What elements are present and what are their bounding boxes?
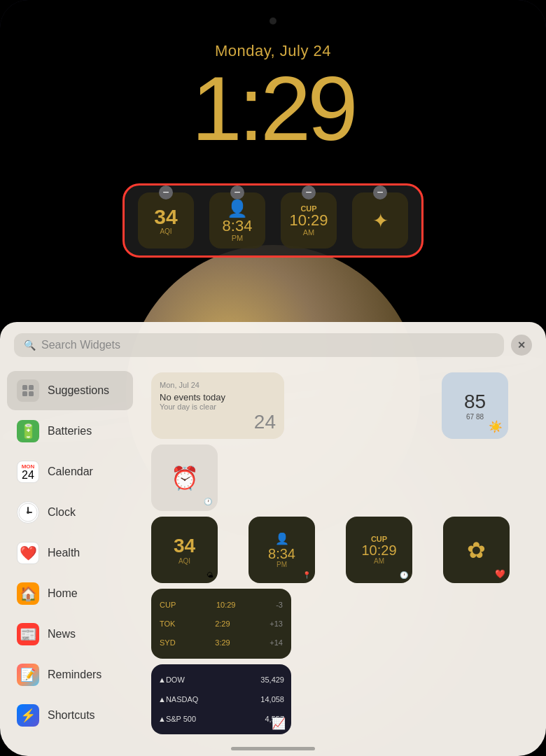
widget-aqi[interactable]: − 34 AQI [138, 192, 194, 248]
aqi-num: 34 [174, 535, 195, 557]
time-ampm: PM [232, 234, 244, 242]
search-bar-row: 🔍 Search Widgets ✕ [0, 322, 546, 365]
alarm-widget[interactable]: ⏰ 🕐 [151, 444, 218, 511]
person-icon: 👤 [227, 199, 248, 218]
status-bar [0, 0, 546, 35]
time-syd: 3:29 [215, 638, 230, 647]
cup-widget[interactable]: CUP 10:29 AM 🕐 [346, 517, 412, 583]
cal-day-num: 24 [254, 411, 276, 433]
sidebar-item-suggestions[interactable]: Suggestions [7, 371, 133, 410]
cup-ampm: AM [303, 228, 315, 237]
weather-range: 67 88 [466, 413, 484, 421]
widget-minus-time[interactable]: − [230, 186, 244, 200]
cup-time: 10:29 [289, 213, 328, 228]
lockscreen-time: 1:29 [0, 63, 546, 154]
weather-temp: 85 [464, 391, 486, 413]
city-cup: CUP [160, 601, 176, 609]
calendar-label: Calendar [48, 465, 93, 478]
reminders-label: Reminders [48, 668, 102, 681]
clock-icon [17, 501, 39, 524]
health-icon: ❤️ [17, 542, 39, 564]
camera-notch [270, 18, 276, 24]
clock-row-cup: CUP 10:29 -3 [160, 601, 283, 609]
batteries-icon: 🔋 [17, 420, 39, 442]
aqi-icons: 🌤 [206, 571, 214, 579]
stock-row-dow: ▲DOW 35,429 [158, 676, 284, 684]
stock-dow-name: ▲DOW [158, 676, 185, 684]
ipad-frame: Monday, July 24 1:29 − 34 AQI − 👤 8:34 P… [0, 0, 546, 756]
sidebar-item-home[interactable]: 🏠 Home [7, 574, 133, 613]
widget-row-1: Mon, Jul 24 No events today Your day is … [151, 372, 535, 511]
stock-dow-val: 35,429 [260, 676, 284, 684]
stock-nasdaq-name: ▲NASDAQ [158, 695, 198, 704]
time-cup: 10:29 [216, 601, 236, 609]
widget-cup[interactable]: − CUP 10:29 AM [281, 192, 337, 248]
widget-row-2: 34 AQI 🌤 👤 8:34 PM 📍 CUP 10:29 [151, 517, 535, 583]
aqi-label: AQI [160, 227, 172, 235]
widget-panel: 🔍 Search Widgets ✕ [0, 322, 546, 756]
city-syd: SYD [160, 638, 176, 647]
shortcuts-label: Shortcuts [48, 709, 95, 722]
sidebar-item-news[interactable]: 📰 News [7, 615, 133, 654]
clock-row-syd: SYD 3:29 +14 [160, 638, 283, 647]
stock-row-nasdaq: ▲NASDAQ 14,058 [158, 695, 284, 704]
flowers-icon-grid: ✿ [467, 537, 486, 564]
search-bar[interactable]: 🔍 Search Widgets [14, 333, 504, 357]
sidebar-item-reminders[interactable]: 📝 Reminders [7, 655, 133, 694]
alarm-sub-icon: 🕐 [204, 498, 212, 505]
city-tok: TOK [160, 620, 175, 628]
stocks-app-icon: 📈 [272, 717, 286, 730]
close-button[interactable]: ✕ [511, 335, 532, 356]
reminders-icon: 📝 [17, 664, 39, 686]
clock-label: Clock [48, 506, 76, 519]
sidebar-item-shortcuts[interactable]: ⚡ Shortcuts [7, 696, 133, 735]
sidebar-item-batteries[interactable]: 🔋 Batteries [7, 412, 133, 451]
batteries-label: Batteries [48, 425, 92, 438]
weather-icon: ☀️ [489, 420, 503, 433]
flowers-icon: ✦ [372, 209, 388, 232]
aqi-label-grid: AQI [178, 557, 190, 565]
news-label: News [48, 628, 76, 640]
alarm-icon: ⏰ [171, 465, 199, 491]
flowers-widget[interactable]: ✿ ❤️ [443, 517, 510, 583]
health-label: Health [48, 547, 80, 559]
widget-minus-flowers[interactable]: − [373, 186, 387, 200]
calendar-icon: MON 24 [17, 461, 39, 483]
cal-sub: Your day is clear [160, 402, 276, 411]
sidebar: Suggestions 🔋 Batteries MON 24 Calendar [0, 365, 140, 756]
widget-grid-area: Mon, Jul 24 No events today Your day is … [140, 365, 546, 756]
date-display: Monday, July 24 1:29 [0, 42, 546, 154]
svg-rect-2 [22, 391, 27, 396]
sidebar-item-clock[interactable]: Clock [7, 493, 133, 532]
sidebar-item-calendar[interactable]: MON 24 Calendar [7, 452, 133, 491]
t-ampm-val: PM [276, 561, 287, 568]
svg-rect-3 [29, 391, 34, 396]
calendar-widget[interactable]: Mon, Jul 24 No events today Your day is … [151, 372, 284, 439]
flowers-heart: ❤️ [495, 569, 505, 579]
sidebar-item-health[interactable]: ❤️ Health [7, 533, 133, 573]
suggestions-icon [17, 379, 39, 402]
weather-widget[interactable]: 85 67 88 ☀️ [442, 372, 508, 439]
clock-row-tok: TOK 2:29 +13 [160, 620, 283, 628]
close-icon: ✕ [517, 340, 526, 351]
widget-minus-cup[interactable]: − [302, 186, 316, 200]
time-grid-widget[interactable]: 👤 8:34 PM 📍 [248, 517, 315, 583]
widget-time[interactable]: − 👤 8:34 PM [209, 192, 265, 248]
widget-flowers[interactable]: − ✦ [352, 192, 408, 248]
shortcuts-icon: ⚡ [17, 704, 39, 727]
stock-nasdaq-val: 14,058 [260, 695, 284, 704]
aqi-widget[interactable]: 34 AQI 🌤 [151, 517, 218, 583]
widget-bar[interactable]: − 34 AQI − 👤 8:34 PM − CUP 10:29 AM − ✦ [122, 183, 424, 258]
home-indicator[interactable] [231, 747, 315, 750]
diff-tok: +13 [270, 620, 283, 628]
widget-row-3: CUP 10:29 -3 TOK 2:29 +13 SYD 3:29 + [151, 589, 535, 734]
time-value: 8:34 [223, 218, 253, 234]
svg-point-7 [27, 511, 29, 514]
diff-cup: -3 [276, 601, 283, 609]
widget-minus-aqi[interactable]: − [159, 186, 173, 200]
panel-content: Suggestions 🔋 Batteries MON 24 Calendar [0, 365, 546, 756]
stocks-widget[interactable]: ▲DOW 35,429 ▲NASDAQ 14,058 ▲S&P 500 4,55… [151, 664, 291, 734]
world-clocks-widget[interactable]: CUP 10:29 -3 TOK 2:29 +13 SYD 3:29 + [151, 589, 291, 659]
svg-rect-0 [22, 385, 27, 390]
time-tok: 2:29 [215, 620, 230, 628]
